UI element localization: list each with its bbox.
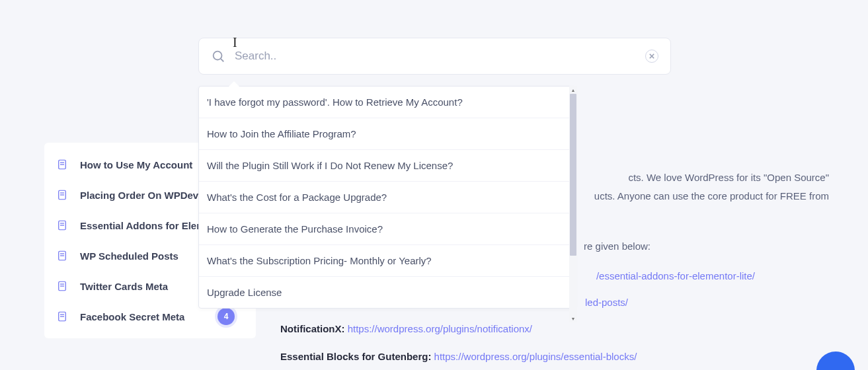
- plugin-link[interactable]: led-posts/: [585, 297, 628, 308]
- suggestion-item[interactable]: Will the Plugin Still Work if I Do Not R…: [199, 150, 574, 182]
- suggestion-item[interactable]: What's the Subscription Pricing- Monthly…: [199, 245, 574, 277]
- doc-icon: [56, 250, 68, 262]
- plugin-link[interactable]: https://wordpress.org/plugins/essential-…: [434, 351, 637, 362]
- scroll-up-arrow[interactable]: ▲: [569, 86, 577, 94]
- content-text: ucts. Anyone can use the core product fo…: [594, 190, 829, 202]
- doc-icon: [56, 311, 68, 322]
- suggestion-item[interactable]: How to Join the Affiliate Program?: [199, 118, 574, 150]
- plugin-name: NotificationX:: [280, 323, 345, 334]
- plugin-line: Essential Blocks for Gutenberg: https://…: [280, 348, 829, 366]
- sidebar-item-label: How to Use My Account: [80, 159, 192, 170]
- dropdown-scrollbar[interactable]: ▲ ▼: [569, 86, 577, 322]
- suggestion-item[interactable]: How to Generate the Purchase Invoice?: [199, 213, 574, 245]
- sidebar-item-label: Twitter Cards Meta: [80, 281, 168, 292]
- search-input[interactable]: [235, 50, 645, 63]
- scroll-thumb[interactable]: [570, 94, 576, 256]
- search-icon: [211, 49, 225, 63]
- text-caret-indicator: I: [233, 35, 233, 47]
- close-icon: [649, 54, 654, 59]
- doc-icon: [56, 280, 68, 292]
- sidebar-item-label: Facebook Secret Meta: [80, 311, 184, 322]
- doc-icon: [56, 159, 68, 170]
- search-suggestions-dropdown: 'I have forgot my password'. How to Retr…: [198, 86, 575, 309]
- suggestion-item[interactable]: Upgrade License: [199, 277, 574, 308]
- content-text: cts. We love WordPress for its "Open Sou…: [628, 172, 829, 183]
- scroll-down-arrow[interactable]: ▼: [569, 314, 577, 322]
- suggestion-item[interactable]: What's the Cost for a Package Upgrade?: [199, 182, 574, 213]
- sidebar-item-label: WP Scheduled Posts: [80, 250, 178, 262]
- plugin-line: NotificationX: https://wordpress.org/plu…: [280, 320, 829, 338]
- content-text: re given below:: [584, 240, 651, 252]
- plugin-name: Essential Blocks for Gutenberg:: [280, 351, 431, 362]
- doc-icon: [56, 219, 68, 231]
- search-bar[interactable]: [198, 38, 671, 75]
- count-badge: 4: [217, 308, 235, 325]
- suggestion-item[interactable]: 'I have forgot my password'. How to Retr…: [199, 87, 574, 118]
- sidebar-item-label: Essential Addons for Elem: [80, 220, 206, 231]
- sidebar-item-label: Placing Order On WPDeve: [80, 190, 204, 201]
- svg-line-1: [221, 59, 223, 61]
- plugin-link[interactable]: /essential-addons-for-elementor-lite/: [596, 270, 755, 281]
- plugin-link[interactable]: https://wordpress.org/plugins/notificati…: [348, 323, 532, 334]
- svg-point-0: [214, 52, 222, 60]
- clear-search-button[interactable]: [645, 50, 658, 63]
- doc-icon: [56, 189, 68, 201]
